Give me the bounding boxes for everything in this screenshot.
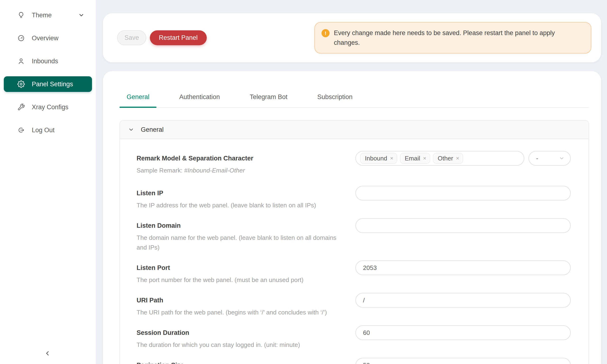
chevron-down-icon [128, 127, 134, 133]
session-duration-input[interactable] [356, 325, 571, 340]
field-description: The port number for the web panel. (must… [137, 275, 343, 285]
tab-authentication[interactable]: Authentication [172, 88, 227, 107]
sidebar-item-log-out[interactable]: Log Out [4, 122, 92, 138]
pagination-size-input[interactable] [356, 358, 571, 364]
listen-port-input[interactable] [356, 260, 571, 275]
tab-subscription[interactable]: Subscription [310, 88, 360, 107]
field-label: URI Path [137, 296, 343, 304]
actions-card: Save Restart Panel ! Every change made h… [103, 13, 601, 62]
user-icon [17, 57, 25, 65]
sidebar-item-overview[interactable]: Overview [4, 30, 92, 46]
warning-alert-text: Every change made here needs to be saved… [334, 28, 578, 47]
form-row-listen-port: Listen Port The port number for the web … [137, 260, 571, 285]
sidebar-item-panel-settings[interactable]: Panel Settings [4, 76, 92, 92]
dashboard-icon [17, 34, 25, 42]
remove-tag-icon[interactable]: × [390, 156, 393, 161]
tab-telegram-bot[interactable]: Telegram Bot [243, 88, 294, 107]
sidebar-item-label: Xray Configs [32, 104, 68, 111]
sidebar-collapse-button[interactable] [39, 346, 56, 361]
field-label: Session Duration [137, 329, 343, 337]
general-collapse-panel: General Remark Model & Separation Charac… [119, 120, 589, 364]
remove-tag-icon[interactable]: × [456, 156, 459, 161]
general-collapse-header[interactable]: General [120, 121, 589, 139]
form-row-session-duration: Session Duration The duration for which … [137, 325, 571, 350]
remark-model-multiselect[interactable]: Inbound × Email × Other × [356, 151, 524, 166]
sidebar-item-label: Log Out [32, 127, 54, 134]
field-label: Pagination Size [137, 361, 343, 364]
field-label: Listen Port [137, 264, 343, 272]
field-description: The duration for which you can stay logg… [137, 340, 343, 350]
sidebar-item-theme[interactable]: Theme [4, 7, 92, 23]
sidebar-item-xray-configs[interactable]: Xray Configs [4, 99, 92, 115]
tag-inbound: Inbound × [360, 153, 397, 164]
separator-select[interactable]: - [528, 151, 571, 166]
field-description: Sample Remark: #Inbound-Email-Other [137, 166, 343, 175]
settings-card: General Authentication Telegram Bot Subs… [103, 71, 601, 364]
field-label: Remark Model & Separation Character [137, 154, 343, 162]
chevron-down-icon [78, 12, 84, 18]
form-row-listen-domain: Listen Domain The domain name for the we… [137, 218, 571, 252]
warning-alert: ! Every change made here needs to be sav… [314, 22, 591, 53]
chevron-left-icon [44, 350, 51, 357]
chevron-down-icon [559, 156, 565, 161]
tag-other: Other × [433, 153, 463, 164]
warning-icon: ! [321, 29, 330, 37]
uri-path-input[interactable] [356, 293, 571, 308]
save-button[interactable]: Save [117, 30, 146, 45]
main-content: Save Restart Panel ! Every change made h… [96, 0, 607, 364]
tag-email: Email × [400, 153, 430, 164]
sidebar-item-label: Panel Settings [32, 80, 73, 88]
wrench-icon [17, 103, 25, 111]
sidebar: Theme Overview Inbounds Panel Settings [0, 0, 96, 364]
logout-icon [17, 126, 25, 134]
lightbulb-icon [17, 11, 25, 19]
gear-icon [17, 80, 25, 88]
tab-bar: General Authentication Telegram Bot Subs… [119, 88, 589, 108]
restart-panel-button[interactable]: Restart Panel [150, 30, 207, 45]
field-label: Listen IP [137, 189, 343, 197]
field-description: The URI path for the web panel. (begins … [137, 308, 343, 317]
tab-general[interactable]: General [119, 88, 157, 107]
field-description: The IP address for the web panel. (leave… [137, 200, 343, 210]
sidebar-item-label: Overview [32, 35, 59, 42]
form-row-pagination-size: Pagination Size [137, 358, 571, 364]
sidebar-nav: Theme Overview Inbounds Panel Settings [0, 7, 96, 138]
field-label: Listen Domain [137, 221, 343, 230]
listen-ip-input[interactable] [356, 186, 571, 200]
listen-domain-input[interactable] [356, 218, 571, 233]
sidebar-item-label: Inbounds [32, 58, 58, 65]
remove-tag-icon[interactable]: × [423, 156, 426, 161]
form-row-remark-model: Remark Model & Separation Character Samp… [137, 151, 571, 175]
form-row-listen-ip: Listen IP The IP address for the web pan… [137, 186, 571, 210]
general-settings-form: Remark Model & Separation Character Samp… [120, 139, 589, 364]
sidebar-item-inbounds[interactable]: Inbounds [4, 53, 92, 69]
field-description: The domain name for the web panel. (leav… [137, 233, 343, 252]
form-row-uri-path: URI Path The URI path for the web panel.… [137, 293, 571, 317]
sidebar-item-label: Theme [32, 12, 52, 19]
separator-value: - [536, 155, 538, 162]
sample-remark-value: #Inbound-Email-Other [184, 167, 245, 174]
collapse-title: General [141, 126, 164, 133]
